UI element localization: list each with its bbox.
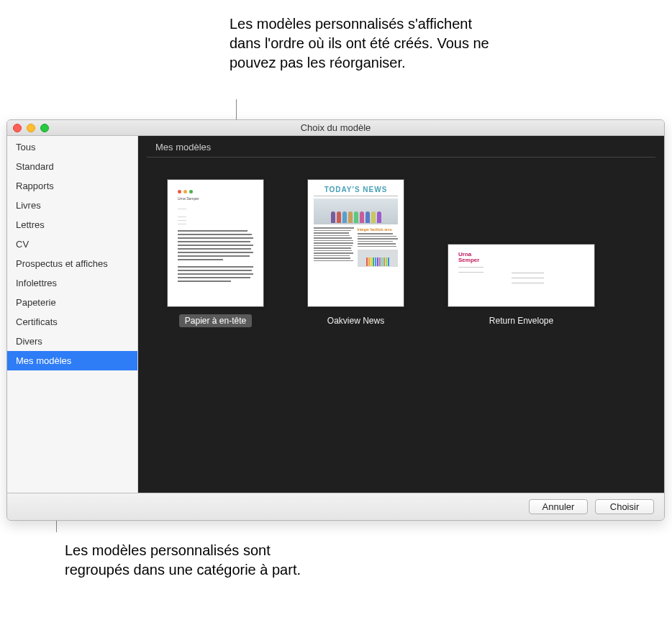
sidebar-item-livres[interactable]: Livres [7,196,137,215]
sidebar-item-lettres[interactable]: Lettres [7,215,137,234]
sidebar-item-tous[interactable]: Tous [7,137,137,157]
template-thumb-envelope[interactable]: UrnaSemper——————————————————————————————… [448,244,595,307]
template-chooser-window: Choix du modèle TousStandardRapportsLivr… [6,119,665,521]
sidebar-item-papeterie[interactable]: Papeterie [7,293,137,312]
templates-grid: Urna Semper————————————Papier à en-têteT… [138,158,664,349]
window-footer: Annuler Choisir [7,493,664,520]
template-thumb-letterhead[interactable]: Urna Semper———————————— [167,179,264,307]
window-controls [13,124,49,132]
window-titlebar: Choix du modèle [7,120,664,136]
minimize-icon[interactable] [27,124,35,132]
fullscreen-icon[interactable] [40,124,49,132]
sidebar-item-certificats[interactable]: Certificats [7,312,137,332]
template-item[interactable]: TODAY'S NEWSInteger facilisis arcuOakvie… [307,179,404,327]
sidebar-item-mes-mod-les[interactable]: Mes modèles [7,351,137,370]
sidebar-item-infolettres[interactable]: Infolettres [7,273,137,293]
template-content: Mes modèles Urna Semper————————————Papie… [138,136,664,493]
section-header: Mes modèles [147,136,655,158]
sidebar-item-rapports[interactable]: Rapports [7,176,137,196]
window-title: Choix du modèle [301,122,371,133]
category-sidebar: TousStandardRapportsLivresLettresCVProsp… [7,136,138,493]
close-icon[interactable] [13,124,22,132]
sidebar-item-standard[interactable]: Standard [7,157,137,176]
sidebar-item-prospectus-et-affiches[interactable]: Prospectus et affiches [7,254,137,273]
template-item[interactable]: UrnaSemper——————————————————————————————… [448,244,595,327]
sidebar-item-divers[interactable]: Divers [7,332,137,351]
cancel-button[interactable]: Annuler [529,499,588,514]
callout-bottom: Les modèles personnalisés sont regroupés… [65,541,317,580]
template-item[interactable]: Urna Semper————————————Papier à en-tête [167,179,264,327]
template-label: Return Envelope [483,314,559,327]
choose-button[interactable]: Choisir [595,499,654,514]
sidebar-item-cv[interactable]: CV [7,234,137,254]
callout-top: Les modèles personnalisés s'affichent da… [230,14,496,73]
template-label: Oakview News [322,314,390,327]
template-thumb-newsletter[interactable]: TODAY'S NEWSInteger facilisis arcu [307,179,404,307]
template-label: Papier à en-tête [179,314,252,327]
